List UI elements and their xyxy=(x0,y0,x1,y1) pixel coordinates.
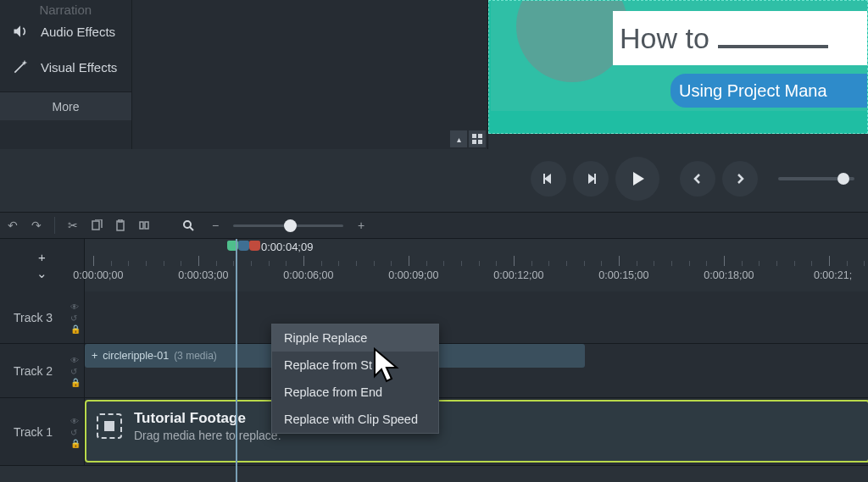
track-head-2[interactable]: Track 2 👁↺🔒 xyxy=(0,344,85,397)
ruler-ticks: 0:00:00;000:00:03;000:00:06;000:00:09;00… xyxy=(85,256,868,291)
chevron-down-icon: ⌄ xyxy=(36,266,47,281)
placeholder-clip[interactable]: Tutorial Footage Drag media here to repl… xyxy=(85,400,868,463)
mic-icon xyxy=(12,0,27,11)
svg-rect-2 xyxy=(472,140,476,144)
ruler-minor-tick xyxy=(864,261,865,266)
subtitle-text: Using Project Mana xyxy=(679,81,827,101)
zoom-out-button[interactable]: − xyxy=(206,216,225,235)
ruler-tick-label: 0:00:21; xyxy=(814,269,852,281)
next-marker-button[interactable] xyxy=(722,161,758,197)
eye-icon[interactable]: 👁 xyxy=(70,302,81,311)
plus-icon: + xyxy=(38,250,46,264)
ruler-minor-tick xyxy=(111,261,112,266)
preview-canvas[interactable]: How to Using Project Mana xyxy=(488,0,868,134)
context-menu-item-ripple-replace[interactable]: Ripple Replace xyxy=(272,324,438,352)
prev-marker-button[interactable] xyxy=(680,161,715,197)
title-text: How to xyxy=(620,22,709,55)
zoom-search-button[interactable] xyxy=(179,216,198,235)
ruler-tick xyxy=(514,256,515,266)
timeline-header: + ⌄ 0:00:04;09 0:00:00;000:00:03;000:00:… xyxy=(0,239,868,291)
track-label: Track 3 xyxy=(14,311,53,324)
collapse-tracks-button[interactable]: ⌄ xyxy=(33,266,52,281)
redo-button[interactable]: ↷ xyxy=(27,216,46,235)
ruler-tick xyxy=(724,256,725,266)
tool-audio-effects[interactable]: Audio Effects xyxy=(0,14,131,49)
placeholder-hint: Drag media here to replace. xyxy=(134,429,281,442)
speaker-icon xyxy=(12,23,29,40)
ruler-minor-tick xyxy=(689,261,690,266)
chevron-left-icon xyxy=(692,173,704,185)
ruler-minor-tick xyxy=(637,261,637,266)
ruler-minor-tick xyxy=(742,261,743,266)
ruler-minor-tick xyxy=(601,261,602,266)
lock-icon[interactable]: 🔒 xyxy=(70,438,81,447)
ruler-minor-tick xyxy=(338,261,339,266)
subtitle-band: Using Project Mana xyxy=(670,74,867,108)
track-lane-2[interactable]: + circleripple-01 (3 media) xyxy=(85,344,868,397)
ruler-minor-tick xyxy=(233,261,234,266)
eye-icon[interactable]: 👁 xyxy=(70,355,81,364)
track-lane-1[interactable]: Tutorial Footage Drag media here to repl… xyxy=(85,398,868,465)
zoom-in-button[interactable]: + xyxy=(352,216,370,235)
track-head-3[interactable]: Track 3 👁↺🔒 xyxy=(0,291,85,343)
prev-frame-button[interactable] xyxy=(531,161,566,197)
svg-rect-5 xyxy=(594,174,596,184)
scissors-icon: ✂ xyxy=(68,219,78,232)
ruler-minor-tick xyxy=(759,261,760,266)
zoom-knob[interactable] xyxy=(284,219,297,232)
tool-label: Voice Narration xyxy=(39,0,120,17)
lock-icon[interactable]: 🔒 xyxy=(70,377,81,386)
tools-panel: Voice Narration Audio Effects Visual Eff… xyxy=(0,0,132,149)
undo-track-icon[interactable]: ↺ xyxy=(70,427,81,436)
add-track-button[interactable]: + xyxy=(33,249,52,264)
minus-icon: − xyxy=(212,219,219,232)
svg-rect-0 xyxy=(472,134,476,138)
timeline-ruler[interactable]: 0:00:04;09 0:00:00;000:00:03;000:00:06;0… xyxy=(85,239,868,291)
split-button[interactable] xyxy=(135,216,153,235)
copy-button[interactable] xyxy=(87,216,106,235)
volume-slider[interactable] xyxy=(778,177,854,180)
slider-knob[interactable] xyxy=(837,173,849,185)
svg-rect-4 xyxy=(543,174,545,184)
undo-icon: ↶ xyxy=(8,219,18,232)
ruler-minor-tick xyxy=(479,261,480,266)
track-lane-3[interactable] xyxy=(85,291,868,343)
cut-button[interactable]: ✂ xyxy=(64,216,82,235)
ruler-minor-tick xyxy=(443,261,444,266)
ruler-minor-tick xyxy=(391,261,392,266)
ruler-minor-tick xyxy=(128,261,129,266)
play-button[interactable] xyxy=(615,157,659,201)
track-controls: + ⌄ xyxy=(0,239,85,291)
ruler-minor-tick xyxy=(146,261,147,266)
title-band: How to xyxy=(613,11,867,65)
library-dropdown-button[interactable]: ▴ xyxy=(450,130,467,147)
eye-icon[interactable]: 👁 xyxy=(70,416,81,425)
undo-track-icon[interactable]: ↺ xyxy=(70,366,81,375)
svg-rect-3 xyxy=(478,140,482,144)
next-frame-button[interactable] xyxy=(573,161,609,197)
paste-button[interactable] xyxy=(111,216,130,235)
zoom-slider[interactable] xyxy=(233,224,343,227)
context-menu-item-replace-with-clip-speed[interactable]: Replace with Clip Speed xyxy=(272,406,438,433)
ruler-tick-label: 0:00:03;00 xyxy=(178,269,228,281)
tool-visual-effects[interactable]: Visual Effects xyxy=(0,49,131,85)
ruler-minor-tick xyxy=(461,261,462,266)
track-label: Track 1 xyxy=(14,425,53,439)
library-grid-view-button[interactable] xyxy=(469,130,486,147)
ruler-minor-tick xyxy=(426,261,427,266)
context-menu-item-replace-from-end[interactable]: Replace from End xyxy=(272,379,438,406)
context-menu-item-replace-from-start[interactable]: Replace from St xyxy=(272,352,438,379)
ruler-tick xyxy=(409,256,409,266)
app-root: Voice Narration Audio Effects Visual Eff… xyxy=(0,0,868,482)
track-label: Track 2 xyxy=(14,364,53,378)
ruler-tick-label: 0:00:06;00 xyxy=(283,269,333,281)
track-head-1[interactable]: Track 1 👁↺🔒 xyxy=(0,398,85,465)
undo-track-icon[interactable]: ↺ xyxy=(70,313,81,322)
undo-button[interactable]: ↶ xyxy=(3,216,22,235)
tools-more-button[interactable]: More xyxy=(0,91,131,120)
svg-rect-6 xyxy=(92,221,99,230)
playhead-line[interactable] xyxy=(236,239,237,482)
lock-icon[interactable]: 🔒 xyxy=(70,324,81,333)
tool-voice-narration[interactable]: Voice Narration xyxy=(0,0,131,14)
svg-point-11 xyxy=(184,221,191,228)
